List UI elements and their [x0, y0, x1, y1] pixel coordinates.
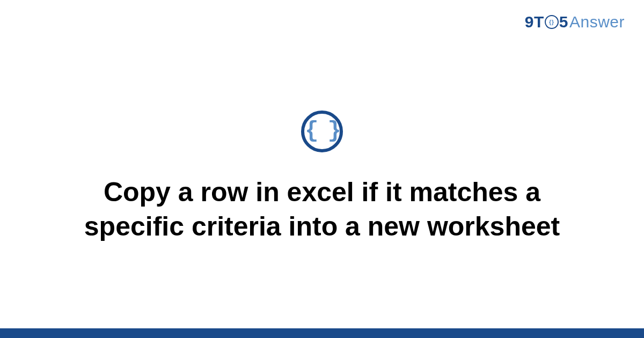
brand-logo: 9 T {} 5 Answer	[525, 13, 625, 31]
page-title: Copy a row in excel if it matches a spec…	[54, 175, 590, 244]
braces-icon: { }	[305, 120, 339, 142]
circle-icon: {}	[545, 15, 559, 29]
braces-inner: {}	[549, 19, 554, 25]
brand-nine: 9	[525, 13, 534, 31]
brand-five: 5	[559, 13, 568, 31]
main-content: { } Copy a row in excel if it matches a …	[0, 0, 644, 338]
footer-bar	[0, 328, 644, 338]
brand-o-icon: {}	[545, 15, 559, 29]
brand-t: T	[534, 13, 544, 31]
logo-badge-icon: { }	[301, 111, 343, 152]
brand-answer: Answer	[569, 13, 625, 31]
